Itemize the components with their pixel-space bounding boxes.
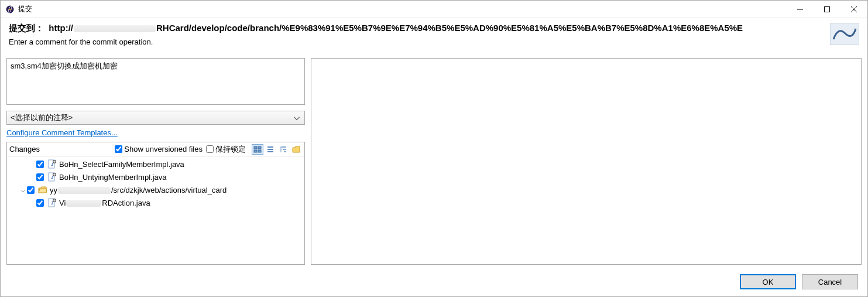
title-text: 提交 [18, 4, 32, 14]
view-tree-button[interactable] [265, 144, 276, 155]
cancel-button[interactable]: Cancel [802, 274, 858, 289]
java-file-icon: J [47, 159, 57, 169]
svg-text:J: J [51, 162, 53, 166]
title-bar: 提交 [1, 1, 867, 18]
maximize-icon [824, 6, 830, 12]
folder-name: yy/src/dzkjk/web/actions/virtual_card [50, 186, 227, 194]
left-column: <选择以前的注释> Configure Comment Templates...… [6, 58, 305, 265]
file-name: ViRDAction.java [59, 199, 150, 207]
view-compressed-button[interactable] [277, 144, 289, 155]
dropdown-label: <选择以前的注释> [11, 112, 73, 123]
folder-icon [292, 145, 300, 153]
commit-dialog: 提交 提交到： http://RHCard/develop/code/branc… [0, 0, 868, 297]
changes-toolbar: Changes Show unversioned files 保持锁定 [7, 142, 304, 156]
commit-target: 提交到： http://RHCard/develop/code/branch/%… [9, 23, 824, 34]
view-flat-button[interactable] [252, 144, 263, 155]
keep-locks-checkbox[interactable]: 保持锁定 [206, 144, 246, 155]
tree-row[interactable]: J ViRDAction.java [7, 196, 304, 209]
ok-button[interactable]: OK [740, 274, 796, 289]
changes-panel: Changes Show unversioned files 保持锁定 [6, 142, 305, 265]
collapse-all-button[interactable] [290, 144, 302, 155]
expander-icon[interactable]: ⌵ [19, 186, 27, 194]
banner-subtitle: Enter a comment for the commit operation… [9, 37, 824, 46]
configure-templates-link[interactable]: Configure Comment Templates... [6, 128, 305, 137]
chevron-down-icon [294, 114, 300, 122]
eclipse-icon [5, 5, 15, 14]
svg-rect-9 [258, 146, 261, 149]
window-controls [787, 1, 867, 18]
changes-label: Changes [9, 145, 40, 153]
tree-row[interactable]: J BoHn_UntyingMemberImpl.java [7, 170, 304, 183]
svg-rect-10 [254, 150, 257, 152]
close-icon [851, 6, 857, 12]
java-file-icon: J [47, 198, 57, 207]
folder-checkbox[interactable] [27, 186, 35, 194]
minimize-button[interactable] [787, 1, 814, 18]
tree-row[interactable]: ⌵ yy/src/dzkjk/web/actions/virtual_card [7, 183, 304, 196]
java-file-icon: J [47, 172, 57, 182]
svg-rect-8 [254, 146, 257, 149]
tree-row[interactable]: J BoHn_SelectFamilyMemberImpl.java [7, 158, 304, 170]
file-name: BoHn_SelectFamilyMemberImpl.java [59, 160, 184, 169]
compressed-icon [279, 145, 287, 153]
file-checkbox[interactable] [36, 173, 44, 181]
svg-text:J: J [51, 201, 53, 205]
banner: 提交到： http://RHCard/develop/code/branch/%… [1, 18, 867, 52]
commit-message-input[interactable] [6, 58, 305, 105]
svg-rect-11 [258, 150, 261, 152]
svg-text:J: J [51, 175, 53, 179]
file-name: BoHn_UntyingMemberImpl.java [59, 173, 167, 182]
changes-tree[interactable]: J BoHn_SelectFamilyMemberImpl.java J BoH… [7, 156, 304, 264]
minimize-icon [797, 6, 803, 12]
tree-icon [266, 145, 275, 153]
svg-rect-4 [825, 6, 830, 12]
folder-open-icon [38, 185, 47, 194]
diff-preview-pane[interactable] [311, 58, 862, 265]
main-area: <选择以前的注释> Configure Comment Templates...… [1, 52, 867, 267]
previous-comments-dropdown[interactable]: <选择以前的注释> [6, 111, 305, 125]
maximize-button[interactable] [814, 1, 840, 18]
svg-point-2 [9, 8, 11, 10]
footer: OK Cancel [1, 267, 867, 296]
close-button[interactable] [840, 1, 867, 18]
show-unversioned-checkbox[interactable]: Show unversioned files [115, 145, 203, 153]
file-checkbox[interactable] [36, 161, 44, 168]
file-checkbox[interactable] [36, 199, 44, 207]
flat-list-icon [253, 145, 262, 153]
subversive-logo-icon [830, 23, 859, 45]
